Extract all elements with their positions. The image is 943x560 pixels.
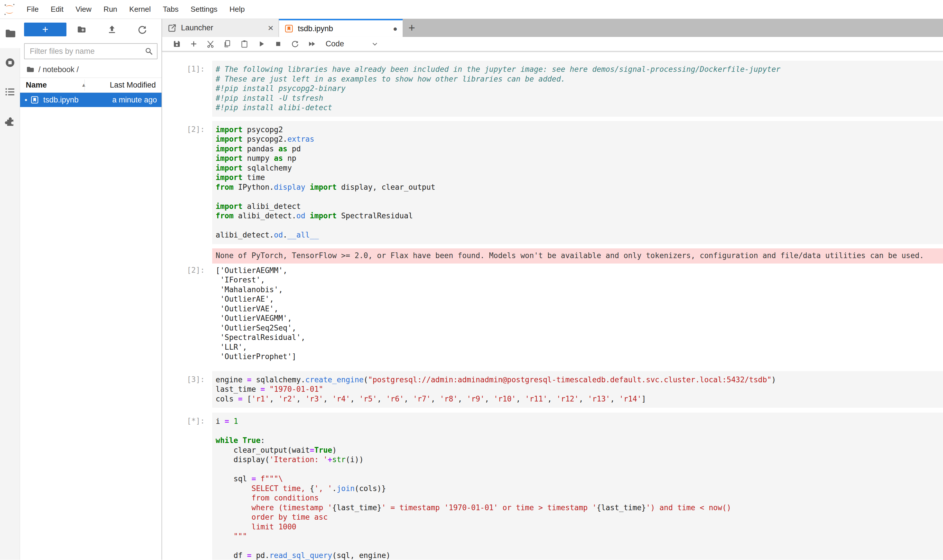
menu-item-edit[interactable]: Edit [45,5,69,14]
cut-icon [206,40,215,48]
input-prompt: [2]: [162,121,212,244]
menu-item-tabs[interactable]: Tabs [157,5,184,14]
cell-editor[interactable]: engine = sqlalchemy.create_engine("postg… [212,371,943,408]
chevron-down-icon [371,40,379,48]
paste-icon [240,40,249,48]
puzzle-icon [4,115,16,127]
left-sidebar-strip [0,19,20,560]
code-lines: engine = sqlalchemy.create_engine("postg… [216,375,943,404]
column-header-last-modified[interactable]: Last Modified [110,81,156,89]
breadcrumb[interactable]: / notebook / [20,61,162,78]
notebook-cells: [1]:# The following libraries have alrea… [162,51,943,560]
menu-item-run[interactable]: Run [98,5,123,14]
refresh-icon [137,24,148,35]
cell-editor[interactable]: # The following libraries have already b… [212,61,943,117]
paste-cells-button[interactable] [236,37,253,51]
run-all-icon [307,40,316,48]
copy-icon [223,40,232,48]
menu-item-settings[interactable]: Settings [184,5,223,14]
cell-editor[interactable]: import psycopg2 import psycopg2.extras i… [212,121,943,244]
new-folder-button[interactable] [66,23,97,36]
running-indicator-dot: • [25,95,27,105]
menu-item-view[interactable]: View [69,5,98,14]
search-icon [144,47,153,56]
tab-label: Launcher [181,23,213,32]
sidebar-item-table-of-contents[interactable] [0,77,20,106]
execute-result-output: [2]:['OutlierAEGMM', 'IForest', 'Mahalan… [162,266,943,362]
upload-button[interactable] [97,23,127,36]
filter-files-input[interactable] [24,43,157,59]
menu-item-help[interactable]: Help [223,5,250,14]
file-name: tsdb.ipynb [43,95,79,105]
code-lines: i = 1 while True: clear_output(wait=True… [216,417,943,560]
menu-item-kernel[interactable]: Kernel [123,5,157,14]
breadcrumb-path: / notebook / [39,65,79,74]
sidebar-item-running-kernels[interactable] [0,48,20,77]
code-lines: import psycopg2 import psycopg2.extras i… [216,125,943,240]
menu-item-file[interactable]: File [21,5,45,14]
restart-kernel-button[interactable] [287,37,304,51]
add-cell-button[interactable] [185,37,202,51]
run-icon [257,40,266,48]
main-dock-panel: Launcher × tsdb.ipynb ● + [162,19,943,560]
copy-cells-button[interactable] [219,37,236,51]
input-prompt: [*]: [162,412,212,560]
tab-label: tsdb.ipynb [298,24,333,33]
notebook-file-icon [30,95,39,105]
list-icon [4,86,16,98]
code-cell[interactable]: [1]:# The following libraries have alrea… [162,61,943,117]
tab-launcher[interactable]: Launcher × [162,19,279,37]
run-cell-button[interactable] [253,37,270,51]
filter-files-container [24,43,157,59]
restart-run-all-button[interactable] [304,37,321,51]
cell-editor[interactable]: i = 1 while True: clear_output(wait=True… [212,412,943,560]
input-prompt: [3]: [162,371,212,408]
code-cell[interactable]: [2]:import psycopg2 import psycopg2.extr… [162,121,943,244]
folder-icon [4,28,16,39]
output-text: ['OutlierAEGMM', 'IForest', 'Mahalanobis… [212,266,305,362]
tab-notebook-active[interactable]: tsdb.ipynb ● [279,19,403,37]
sidebar-item-extensions[interactable] [0,106,20,135]
column-header-name[interactable]: Name [26,81,47,89]
code-cell[interactable]: [*]:i = 1 while True: clear_output(wait=… [162,412,943,560]
notebook-toolbar: Code [162,37,943,51]
add-cell-icon [189,40,198,48]
stderr-output: None of PyTorch, TensorFlow >= 2.0, or F… [212,248,943,263]
file-modified-time: a minute ago [112,95,157,105]
stop-circle-icon [4,57,16,68]
output-prompt: [2]: [162,266,212,362]
interrupt-kernel-button[interactable] [270,37,287,51]
file-browser-panel: + [20,19,162,560]
file-row-selected[interactable]: • tsdb.ipynb a minute ago [20,93,162,107]
sort-ascending-icon: ▲ [81,82,86,88]
new-launcher-button[interactable]: + [24,23,66,36]
top-menu-bar: FileEditViewRunKernelTabsSettingsHelp [0,0,943,19]
save-button[interactable] [168,37,185,51]
new-folder-icon [76,24,87,35]
notebook-tab-icon [284,24,294,34]
file-browser-toolbar: + [20,19,162,39]
input-prompt: [1]: [162,61,212,117]
refresh-file-list-button[interactable] [127,23,157,36]
sidebar-item-filebrowser[interactable] [0,19,20,48]
jupyter-logo-icon [3,3,16,16]
restart-icon [291,40,299,48]
unsaved-changes-dot[interactable]: ● [393,24,397,33]
file-listing-header: Name ▲ Last Modified [20,78,162,93]
cell-type-dropdown[interactable] [367,37,383,51]
stop-icon [274,40,282,48]
cut-cells-button[interactable] [202,37,219,51]
new-tab-button[interactable]: + [403,19,421,37]
code-lines: # The following libraries have already b… [216,65,943,113]
menu-items: FileEditViewRunKernelTabsSettingsHelp [21,5,251,14]
cell-type-select[interactable]: Code [326,40,344,48]
launcher-icon [167,23,177,33]
tab-bar: Launcher × tsdb.ipynb ● + [162,19,943,37]
code-cell[interactable]: [3]:engine = sqlalchemy.create_engine("p… [162,371,943,408]
home-folder-icon [26,65,35,74]
close-tab-icon[interactable]: × [268,22,273,34]
save-icon [172,40,181,48]
upload-icon [107,24,117,35]
